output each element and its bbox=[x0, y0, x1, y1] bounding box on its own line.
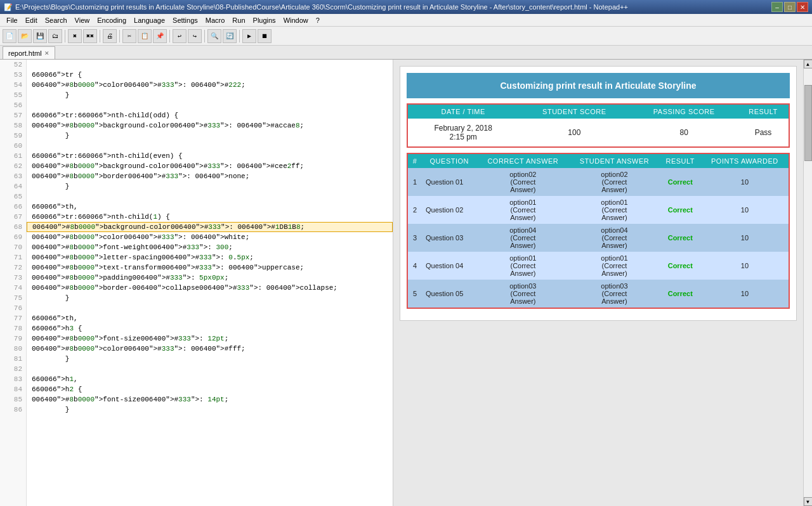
toolbar-print[interactable]: 🖨 bbox=[103, 29, 117, 43]
cell-question: Question 03 bbox=[422, 224, 477, 252]
cell-result: Correct bbox=[660, 168, 701, 196]
line-num: 74 bbox=[0, 283, 26, 293]
summary-row-result: Pass bbox=[738, 119, 789, 146]
code-line: } bbox=[27, 405, 393, 415]
cell-student: option03(CorrectAnswer) bbox=[569, 280, 660, 308]
code-lines[interactable]: 660066">tr { 006400">#8b0000">color00640… bbox=[27, 60, 393, 506]
cell-points: 10 bbox=[701, 196, 789, 224]
minimize-button[interactable]: – bbox=[771, 2, 783, 12]
code-line: } bbox=[27, 90, 393, 100]
toolbar-find[interactable]: 🔍 bbox=[207, 29, 221, 43]
detail-col-correct: CORRECT ANSWER bbox=[477, 154, 570, 168]
code-line: 006400">#8b0000">text-transform006400">#… bbox=[27, 263, 393, 273]
menu-window[interactable]: Window bbox=[280, 15, 312, 25]
code-content: 5253545556575859606162636465666768697071… bbox=[0, 60, 393, 506]
toolbar-redo[interactable]: ↪ bbox=[188, 29, 202, 43]
line-num: 75 bbox=[0, 293, 26, 303]
toolbar-undo[interactable]: ↩ bbox=[173, 29, 187, 43]
report-title: Customizing print result in Articulate S… bbox=[407, 73, 790, 98]
code-line: 006400">#8b0000">border006400">#333">: 0… bbox=[27, 171, 393, 181]
tab-close-icon[interactable]: ✕ bbox=[44, 50, 49, 56]
menu-view[interactable]: View bbox=[71, 15, 94, 25]
code-line: 660066">h3 { bbox=[27, 323, 393, 334]
cell-student: option01(CorrectAnswer) bbox=[569, 196, 660, 224]
cell-num: 5 bbox=[408, 280, 422, 308]
toolbar-stop[interactable]: ⏹ bbox=[258, 29, 272, 43]
preview-panel: Customizing print result in Articulate S… bbox=[393, 60, 803, 506]
line-num: 66 bbox=[0, 202, 26, 212]
toolbar-sep5 bbox=[204, 30, 205, 42]
scroll-down-arrow[interactable]: ▼ bbox=[804, 497, 813, 506]
line-num: 53 bbox=[0, 70, 26, 80]
line-num: 54 bbox=[0, 80, 26, 90]
code-line: 660066">h1, bbox=[27, 374, 393, 384]
toolbar-close[interactable]: ✖ bbox=[68, 29, 82, 43]
menu-plugins[interactable]: Plugins bbox=[249, 15, 280, 25]
tab-report-html[interactable]: report.html ✕ bbox=[3, 46, 55, 59]
table-row: 5 Question 05 option03(CorrectAnswer) op… bbox=[408, 280, 789, 308]
toolbar-new[interactable]: 📄 bbox=[3, 29, 16, 43]
maximize-button[interactable]: □ bbox=[784, 2, 796, 12]
menu-encoding[interactable]: Encoding bbox=[93, 15, 130, 25]
menu-file[interactable]: File bbox=[3, 15, 22, 25]
line-num: 79 bbox=[0, 334, 26, 344]
code-line: 006400">#8b0000">color006400">#333">: 00… bbox=[27, 80, 393, 90]
cell-question: Question 04 bbox=[422, 252, 477, 280]
code-line: 006400">#8b0000">color006400">#333">: 00… bbox=[27, 344, 393, 354]
scroll-up-arrow[interactable]: ▲ bbox=[804, 60, 813, 68]
cell-correct: option01(CorrectAnswer) bbox=[477, 196, 570, 224]
summary-col-passing-score: PASSING SCORE bbox=[630, 105, 738, 119]
table-row: 3 Question 03 option04(CorrectAnswer) op… bbox=[408, 224, 789, 252]
menu-edit[interactable]: Edit bbox=[22, 15, 41, 25]
code-editor[interactable]: 5253545556575859606162636465666768697071… bbox=[0, 60, 393, 506]
toolbar-open[interactable]: 📂 bbox=[18, 29, 32, 43]
menu-help[interactable]: ? bbox=[312, 15, 324, 25]
toolbar-paste[interactable]: 📌 bbox=[153, 29, 167, 43]
menu-settings[interactable]: Settings bbox=[169, 15, 202, 25]
toolbar-replace[interactable]: 🔄 bbox=[223, 29, 237, 43]
menu-macro[interactable]: Macro bbox=[202, 15, 229, 25]
toolbar-saveall[interactable]: 🗂 bbox=[48, 29, 62, 43]
summary-table-wrapper: DATE / TIME STUDENT SCORE PASSING SCORE … bbox=[407, 103, 790, 148]
toolbar-copy[interactable]: 📋 bbox=[138, 29, 152, 43]
menu-language[interactable]: Language bbox=[130, 15, 169, 25]
tab-label: report.html bbox=[8, 49, 42, 57]
scroll-thumb[interactable] bbox=[804, 85, 812, 161]
line-num: 86 bbox=[0, 405, 26, 415]
line-num: 60 bbox=[0, 141, 26, 151]
summary-row-student-score: 100 bbox=[518, 119, 630, 146]
cell-points: 10 bbox=[701, 252, 789, 280]
cell-points: 10 bbox=[701, 168, 789, 196]
summary-col-student-score: STUDENT SCORE bbox=[518, 105, 630, 119]
cell-student: option04(CorrectAnswer) bbox=[569, 224, 660, 252]
table-row: 4 Question 04 option01(CorrectAnswer) op… bbox=[408, 252, 789, 280]
line-num: 76 bbox=[0, 303, 26, 313]
menu-run[interactable]: Run bbox=[228, 15, 249, 25]
line-num: 85 bbox=[0, 394, 26, 405]
cell-points: 10 bbox=[701, 280, 789, 308]
line-num: 57 bbox=[0, 110, 26, 120]
close-button[interactable]: ✕ bbox=[797, 2, 808, 12]
line-num: 67 bbox=[0, 212, 26, 222]
toolbar-save[interactable]: 💾 bbox=[33, 29, 47, 43]
code-line: } bbox=[27, 181, 393, 191]
summary-col-datetime: DATE / TIME bbox=[408, 105, 518, 119]
line-num: 68 bbox=[0, 222, 26, 232]
code-line bbox=[27, 60, 393, 70]
detail-col-points: POINTS AWARDED bbox=[701, 154, 789, 168]
cell-result: Correct bbox=[660, 280, 701, 308]
toolbar-cut[interactable]: ✂ bbox=[122, 29, 136, 43]
cell-result: Correct bbox=[660, 196, 701, 224]
code-line: } bbox=[27, 293, 393, 303]
toolbar-closeall[interactable]: ✖✖ bbox=[83, 29, 97, 43]
code-line bbox=[27, 364, 393, 374]
line-num: 58 bbox=[0, 120, 26, 131]
line-num: 71 bbox=[0, 252, 26, 263]
code-line bbox=[27, 100, 393, 110]
toolbar-run[interactable]: ▶ bbox=[242, 29, 256, 43]
menu-search[interactable]: Search bbox=[41, 15, 71, 25]
scrollbar[interactable]: ▲ ▼ bbox=[803, 60, 812, 506]
detail-col-num: # bbox=[408, 154, 422, 168]
toolbar: 📄 📂 💾 🗂 ✖ ✖✖ 🖨 ✂ 📋 📌 ↩ ↪ 🔍 🔄 ▶ ⏹ bbox=[0, 27, 812, 46]
cell-question: Question 01 bbox=[422, 168, 477, 196]
